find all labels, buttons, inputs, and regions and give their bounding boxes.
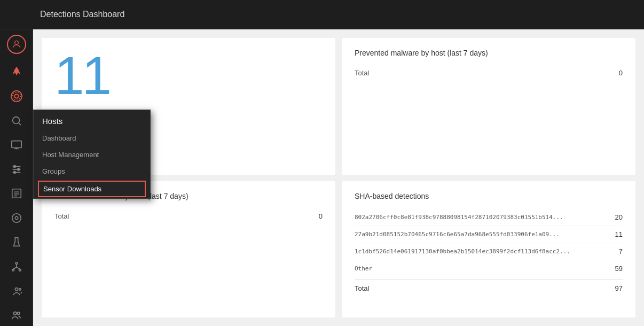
prevented-malware-user-label: Total — [54, 212, 69, 220]
sha-count-0: 20 — [615, 213, 623, 221]
dropdown-item-groups[interactable]: Groups — [34, 163, 150, 180]
svg-point-24 — [19, 269, 21, 271]
prevented-malware-host-label: Total — [355, 69, 369, 77]
falcon-logo-icon[interactable] — [6, 61, 27, 83]
svg-point-29 — [19, 288, 21, 290]
sandbox-icon[interactable] — [6, 232, 27, 253]
sha-row-2: 1c1dbf526d14e061917130af0bbea2b15014ec38… — [355, 243, 623, 260]
svg-point-1 — [14, 94, 18, 98]
sidebar — [0, 29, 33, 326]
svg-point-2 — [12, 92, 20, 100]
sha-hash-0: 802a2706cff0c8e81f938c97888098154f287102… — [355, 214, 563, 221]
svg-point-31 — [17, 312, 20, 315]
page-title: Detections Dashboard — [40, 10, 124, 19]
svg-point-23 — [12, 269, 14, 271]
svg-point-12 — [13, 165, 15, 167]
dropdown-section-header: Hosts — [34, 110, 150, 130]
total-detections-number: 11 — [54, 49, 323, 102]
svg-point-3 — [11, 91, 21, 102]
svg-point-0 — [14, 41, 18, 44]
svg-rect-6 — [11, 141, 21, 148]
prevented-malware-user-card: Prevented malware by user (last 7 days) … — [42, 181, 335, 318]
sha-row-0: 802a2706cff0c8e81f938c97888098154f287102… — [355, 209, 623, 226]
user-avatar-icon[interactable] — [7, 35, 26, 54]
reports-icon[interactable] — [6, 183, 27, 205]
intelligence-icon[interactable] — [6, 110, 27, 131]
sha-hash-total: Total — [355, 284, 369, 292]
svg-rect-15 — [12, 189, 21, 198]
hosts-dropdown-menu: Hosts Dashboard Host Management Groups S… — [33, 110, 151, 199]
dropdown-item-host-management[interactable]: Host Management — [34, 146, 150, 163]
sha-row-other: Other 59 — [355, 260, 623, 277]
network-icon[interactable] — [6, 256, 27, 277]
sha-count-total: 97 — [615, 284, 623, 292]
main-layout: Hosts Dashboard Host Management Groups S… — [0, 29, 644, 326]
prevented-malware-host-card: Prevented malware by host (last 7 days) … — [342, 38, 635, 175]
sha-count-1: 11 — [615, 230, 623, 238]
svg-point-30 — [13, 312, 17, 315]
svg-line-5 — [19, 123, 21, 125]
svg-point-19 — [12, 214, 21, 223]
sha-hash-1: 27a9b21d085152b70465c9716c6e65a7da968e55… — [355, 231, 560, 238]
top-header: Detections Dashboard — [0, 0, 644, 29]
svg-line-26 — [13, 267, 16, 269]
settings-icon[interactable] — [6, 159, 27, 180]
prevented-malware-user-value: 0 — [319, 212, 323, 220]
sha-count-2: 7 — [619, 247, 623, 255]
svg-point-22 — [15, 262, 18, 265]
sha-count-other: 59 — [615, 265, 623, 273]
sha-row-1: 27a9b21d085152b70465c9716c6e65a7da968e55… — [355, 226, 623, 243]
prevented-malware-host-total-row: Total 0 — [355, 66, 623, 80]
sha-hash-2: 1c1dbf526d14e061917130af0bbea2b15014ec38… — [355, 248, 570, 255]
svg-point-28 — [15, 288, 18, 291]
svg-point-20 — [15, 216, 18, 220]
hosts-icon[interactable] — [6, 134, 27, 156]
svg-line-27 — [17, 267, 20, 269]
custom-ioa-icon[interactable] — [6, 207, 27, 229]
svg-point-14 — [13, 171, 15, 173]
detections-icon[interactable] — [6, 86, 27, 107]
groups-icon[interactable] — [6, 305, 27, 326]
user-management-icon[interactable] — [6, 281, 27, 302]
dropdown-item-sensor-downloads[interactable]: Sensor Downloads — [38, 181, 146, 197]
sha-detections-title: SHA-based detections — [355, 192, 623, 200]
svg-point-4 — [12, 117, 19, 123]
prevented-malware-host-value: 0 — [619, 69, 623, 77]
sha-detections-card: SHA-based detections 802a2706cff0c8e81f9… — [342, 181, 635, 318]
prevented-malware-user-total-row: Total 0 — [54, 209, 323, 223]
prevented-malware-host-title: Prevented malware by host (last 7 days) — [355, 49, 623, 57]
sha-hash-other: Other — [355, 265, 372, 272]
sha-row-total: Total 97 — [355, 280, 623, 297]
dropdown-item-dashboard[interactable]: Dashboard — [34, 130, 150, 146]
svg-point-13 — [17, 168, 19, 170]
